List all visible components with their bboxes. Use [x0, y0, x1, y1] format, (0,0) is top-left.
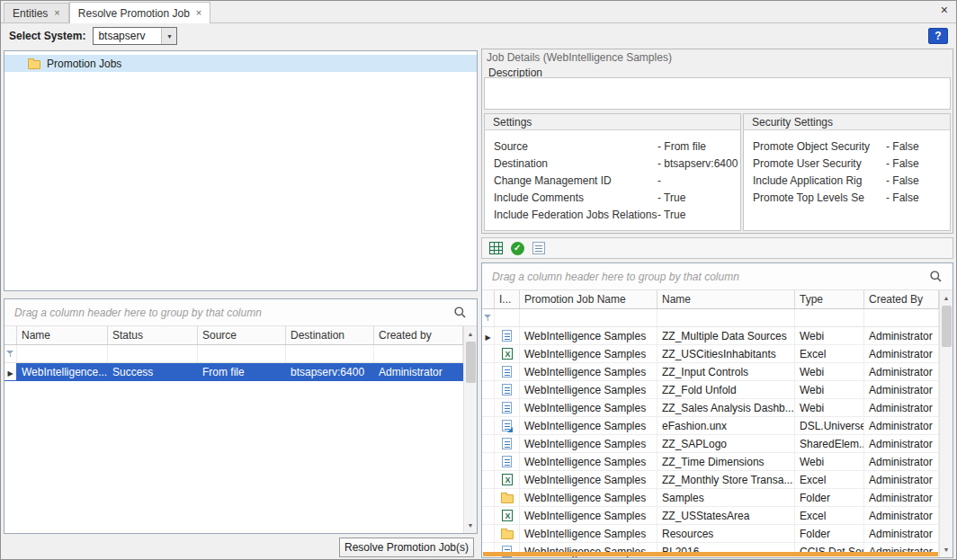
- object-row[interactable]: WebIntelligence SamplesZZ_Monthly Store …: [482, 471, 939, 489]
- window-close-icon[interactable]: ×: [941, 4, 948, 16]
- objects-toolbar: [481, 237, 953, 259]
- scroll-down-icon[interactable]: [465, 520, 477, 531]
- object-icon-cell: [495, 525, 520, 543]
- column-header[interactable]: Type: [795, 290, 864, 308]
- column-header[interactable]: Name: [17, 326, 108, 344]
- filter-cell[interactable]: [198, 345, 286, 362]
- filter-funnel-icon: [484, 314, 492, 322]
- setting-row: Change Management ID-: [485, 172, 740, 189]
- promotion-job-name-cell: WebIntelligence Samples: [520, 489, 657, 507]
- object-name-cell: ZZ_Multiple Data Sources: [657, 327, 795, 345]
- right-group-by-bar[interactable]: Drag a column header here to group by th…: [482, 263, 953, 290]
- filter-cell[interactable]: [864, 309, 939, 326]
- column-header[interactable]: Destination: [286, 326, 374, 344]
- object-row[interactable]: WebIntelligence SamplesSamplesFolderAdmi…: [482, 489, 939, 507]
- right-grid-filter: [482, 309, 939, 327]
- row-indicator: [482, 489, 495, 507]
- object-row[interactable]: WebIntelligence SamplesZZ_Sales Analysis…: [482, 399, 939, 417]
- filter-cell[interactable]: [17, 345, 108, 362]
- resolve-promotion-job-button[interactable]: Resolve Promotion Job(s): [339, 538, 474, 557]
- tab-close-icon[interactable]: ×: [54, 8, 59, 18]
- column-header[interactable]: Created by: [374, 326, 463, 344]
- filter-cell[interactable]: [108, 345, 198, 362]
- promotion-job-name-cell: WebIntelligence Samples: [520, 507, 657, 525]
- settings-rows: Source- From fileDestination- btsapserv:…: [485, 130, 740, 223]
- row-indicator: [482, 471, 495, 489]
- setting-row: Promote Object Security- False: [744, 138, 950, 155]
- column-header[interactable]: Promotion Job Name: [520, 290, 657, 308]
- object-type-cell: Webi: [795, 453, 864, 471]
- chevron-down-icon[interactable]: [161, 28, 176, 44]
- details-icon[interactable]: [532, 242, 545, 254]
- filter-cell[interactable]: [374, 345, 463, 362]
- filter-cell[interactable]: [520, 309, 657, 326]
- tab-close-icon[interactable]: ×: [196, 8, 201, 18]
- column-header[interactable]: Status: [108, 326, 198, 344]
- created-by-cell: Administrator: [864, 453, 939, 471]
- created-by-cell: Administrator: [864, 363, 939, 381]
- column-header[interactable]: I...: [495, 290, 520, 308]
- object-type-cell: Excel: [795, 507, 864, 525]
- object-icon-cell: [495, 363, 520, 381]
- object-name-cell: ZZ_SAPLogo: [657, 435, 795, 453]
- filter-cell[interactable]: [495, 309, 520, 326]
- object-row[interactable]: WebIntelligence SamplesResourcesFolderAd…: [482, 525, 939, 543]
- setting-value: - True: [657, 191, 685, 204]
- row-indicator: [482, 363, 495, 381]
- scroll-thumb[interactable]: [942, 306, 952, 347]
- object-name-cell: ZZ_Sales Analysis Dashb...: [657, 399, 795, 417]
- webi-icon: [502, 384, 512, 396]
- setting-key: Promote Object Security: [753, 140, 886, 153]
- promotion-job-name-cell: WebIntelligence Samples: [520, 471, 657, 489]
- select-system-label: Select System:: [9, 30, 85, 42]
- scroll-up-icon[interactable]: [465, 328, 477, 340]
- right-grid-scrollbar[interactable]: [939, 290, 953, 557]
- column-header-indicator: [4, 326, 17, 344]
- object-row[interactable]: WebIntelligence SamplesZZ_Fold UnfoldWeb…: [482, 381, 939, 399]
- object-icon-cell: [495, 489, 520, 507]
- filter-cell[interactable]: [657, 309, 795, 326]
- folder-icon: [28, 60, 40, 69]
- object-row[interactable]: WebIntelligence SamplesZZ_USCitiesInhabi…: [482, 345, 939, 363]
- scroll-down-icon[interactable]: [941, 544, 953, 556]
- promotion-job-name-cell: WebIntelligence Samples: [520, 327, 657, 345]
- object-row[interactable]: WebIntelligence SamplesZZ_USStatesAreaEx…: [482, 507, 939, 525]
- column-header[interactable]: Source: [198, 326, 286, 344]
- tab-resolve-promotion-job[interactable]: Resolve Promotion Job ×: [69, 2, 211, 23]
- left-group-by-bar[interactable]: Drag a column header here to group by th…: [4, 299, 477, 326]
- objects-grid: Drag a column header here to group by th…: [481, 262, 953, 558]
- object-row[interactable]: WebIntelligence SampleseFashion.unxDSL.U…: [482, 417, 939, 435]
- help-button[interactable]: ?: [928, 28, 948, 44]
- check-icon[interactable]: [511, 242, 524, 255]
- search-icon[interactable]: [929, 270, 943, 283]
- object-row[interactable]: WebIntelligence SamplesZZ_Time Dimension…: [482, 453, 939, 471]
- scroll-up-icon[interactable]: [941, 292, 953, 304]
- created-by-cell: Administrator: [864, 399, 939, 417]
- system-combobox[interactable]: btsapserv: [93, 27, 177, 45]
- filter-cell[interactable]: [286, 345, 374, 362]
- setting-row: Destination- btsapserv:6400: [485, 155, 740, 172]
- folder-icon: [501, 530, 514, 539]
- setting-key: Change Management ID: [494, 174, 657, 187]
- security-settings-groupbox: Security Settings Promote Object Securit…: [743, 113, 951, 231]
- promotion-job-row[interactable]: WebIntelligence...SuccessFrom filebtsaps…: [4, 363, 463, 381]
- settings-groupbox: Settings Source- From fileDestination- b…: [484, 113, 741, 231]
- filter-icon-cell: [482, 309, 495, 326]
- search-icon[interactable]: [453, 306, 467, 319]
- column-header[interactable]: Created By: [864, 290, 939, 308]
- object-row[interactable]: WebIntelligence SamplesZZ_Input Controls…: [482, 363, 939, 381]
- row-indicator: [482, 507, 495, 525]
- tree-item-promotion-jobs[interactable]: Promotion Jobs: [4, 55, 477, 72]
- object-row[interactable]: WebIntelligence SamplesZZ_Multiple Data …: [482, 327, 939, 345]
- filter-cell[interactable]: [795, 309, 864, 326]
- export-excel-icon[interactable]: [489, 242, 503, 254]
- column-header[interactable]: Name: [657, 290, 795, 308]
- object-row[interactable]: WebIntelligence SamplesZZ_SAPLogoSharedE…: [482, 435, 939, 453]
- filter-icon-cell: [4, 345, 17, 362]
- system-bar: Select System: btsapserv ?: [1, 23, 956, 49]
- left-grid-scrollbar[interactable]: [463, 326, 477, 533]
- created-by-cell: Administrator: [864, 471, 939, 489]
- scroll-thumb[interactable]: [466, 342, 476, 383]
- tab-entities[interactable]: Entities ×: [4, 3, 69, 22]
- setting-value: - From file: [657, 140, 706, 153]
